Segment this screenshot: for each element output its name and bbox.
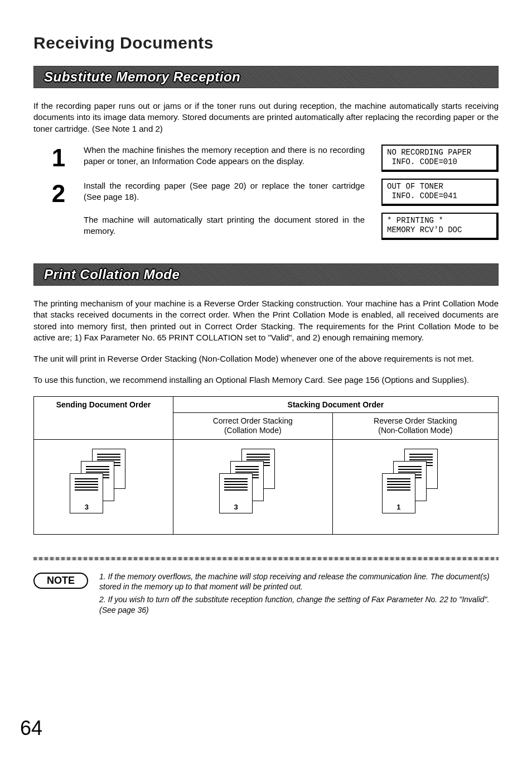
section-heading-1-text: Substitute Memory Reception	[44, 69, 240, 85]
section1-intro: If the recording paper runs out or jams …	[33, 100, 499, 134]
stack-collation-icon: 1 2 3	[219, 449, 286, 516]
cell-collation: 1 2 3	[173, 439, 332, 534]
step-2-text: Install the recording paper (See page 20…	[84, 180, 376, 237]
step-2-number: 2	[33, 180, 84, 237]
collation-table: Sending Document Order Stacking Document…	[33, 396, 499, 535]
section-heading-2: Print Collation Mode	[33, 263, 499, 286]
stack-sending-icon: 1 2 3	[70, 449, 137, 516]
sheet-lbl: 3	[220, 503, 252, 511]
note-item-2: 2. If you wish to turn off the substitut…	[99, 594, 499, 616]
section2-p1: The printing mechanism of your machine i…	[33, 298, 499, 343]
sheet-lbl: 3	[70, 503, 103, 511]
step-1-number: 1	[33, 145, 84, 170]
th-sending: Sending Document Order	[34, 396, 173, 439]
step-1: 1 When the machine finishes the memory r…	[33, 145, 376, 170]
step-2-text-b: The machine will automatically start pri…	[84, 215, 365, 236]
th-stacking: Stacking Document Order	[173, 396, 498, 412]
step-2: 2 Install the recording paper (See page …	[33, 180, 376, 237]
note-label: NOTE	[33, 573, 88, 589]
lcd-display-2: OUT OF TONER INFO. CODE=041	[381, 179, 499, 206]
stack-noncollation-icon: 3 2 1	[382, 449, 449, 516]
section-heading-2-text: Print Collation Mode	[44, 267, 180, 282]
page-title: Receiving Documents	[33, 33, 499, 52]
step-1-text: When the machine finishes the memory rec…	[84, 145, 376, 170]
step-2-text-a: Install the recording paper (See page 20…	[84, 181, 365, 201]
section2-p3: To use this function, we recommend insta…	[33, 374, 499, 386]
lcd-column: NO RECORDING PAPER INFO. CODE=010 OUT OF…	[381, 145, 499, 247]
section-heading-1: Substitute Memory Reception	[33, 66, 499, 88]
steps-block: 1 When the machine finishes the memory r…	[33, 145, 499, 247]
note-list: 1. If the memory overflows, the machine …	[99, 571, 499, 618]
divider-bar	[33, 557, 499, 560]
th-collation: Correct Order Stacking (Collation Mode)	[173, 412, 332, 439]
th-noncollation: Reverse Order Stacking (Non-Collation Mo…	[332, 412, 498, 439]
section2-p2: The unit will print in Reverse Order Sta…	[33, 353, 499, 364]
note-item-1: 1. If the memory overflows, the machine …	[99, 571, 499, 593]
note-block: NOTE 1. If the memory overflows, the mac…	[33, 571, 499, 618]
sheet-lbl: 1	[383, 503, 415, 511]
page-number: 64	[20, 717, 42, 740]
lcd-display-1: NO RECORDING PAPER INFO. CODE=010	[381, 145, 499, 172]
lcd-display-3: * PRINTING * MEMORY RCV'D DOC	[381, 213, 499, 240]
cell-noncollation: 3 2 1	[332, 439, 498, 534]
cell-sending: 1 2 3	[34, 439, 173, 534]
